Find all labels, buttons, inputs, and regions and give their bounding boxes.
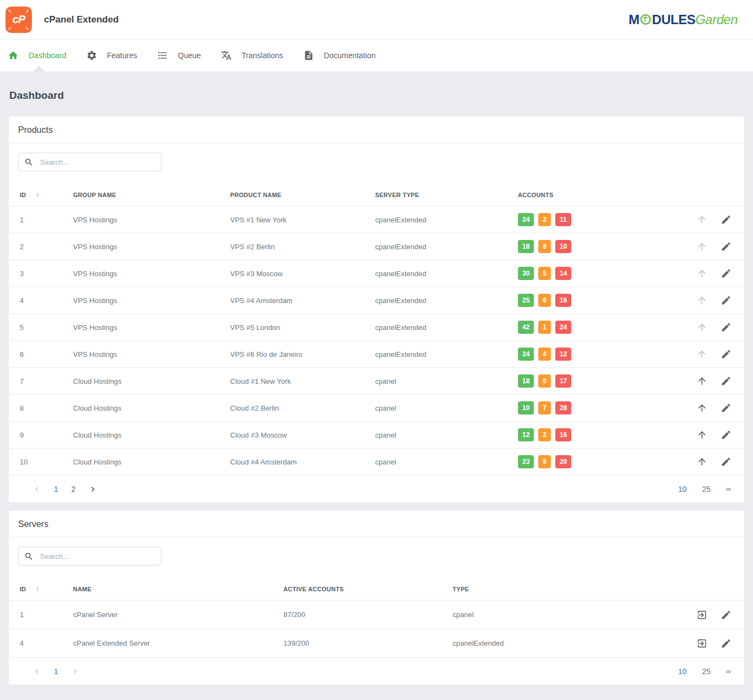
product-server-type: cpanel (375, 404, 518, 412)
edit-product-button[interactable] (721, 241, 732, 252)
nav-item-documentation[interactable]: Documentation (303, 50, 395, 61)
cpanel-monogram: cP (13, 13, 25, 26)
cpanel-extended-logo-icon: ↖ ↗ cP ↙ ↘ (5, 7, 32, 33)
product-id: 3 (20, 270, 73, 278)
row-actions (696, 322, 733, 333)
page-size-options: 1025∞ (678, 667, 731, 676)
globe-icon (640, 14, 651, 25)
page-size-25[interactable]: 25 (702, 485, 711, 494)
product-name: VPS #1 New York (230, 216, 375, 224)
product-group-name: VPS Hostings (73, 350, 230, 359)
page-size-all[interactable]: ∞ (726, 667, 731, 675)
page-size-25[interactable]: 25 (702, 667, 711, 676)
edit-product-button[interactable] (721, 268, 732, 279)
product-row: 1VPS HostingsVPS #1 New YorkcpanelExtend… (9, 206, 744, 233)
product-server-type: cpanelExtended (375, 296, 518, 305)
login-to-server-button[interactable] (696, 609, 707, 620)
edit-product-button[interactable] (721, 429, 732, 440)
nav-item-features[interactable]: Features (86, 50, 157, 61)
column-header-id[interactable]: ID ↑ (20, 585, 73, 593)
product-group-name: Cloud Hostings (73, 377, 230, 385)
accounts-badges: 18810 (518, 240, 696, 253)
edit-product-button[interactable] (721, 322, 732, 333)
sort-ascending-icon[interactable]: ↑ (36, 585, 40, 593)
edit-product-button[interactable] (721, 295, 732, 306)
product-group-name: Cloud Hostings (73, 404, 230, 412)
product-name: VPS #3 Moscow (230, 270, 375, 278)
page-number-1[interactable]: 1 (54, 667, 58, 676)
column-header-id[interactable]: ID ↑ (20, 191, 73, 199)
servers-panel: Servers ID ↑ NAME ACTIVE ACCOUNTS TYPE 1… (9, 511, 744, 685)
upgrade-product-button[interactable] (696, 214, 707, 225)
edit-product-button[interactable] (721, 349, 732, 360)
previous-page-button[interactable] (32, 667, 42, 676)
column-header-product-name: PRODUCT NAME (230, 192, 375, 198)
upgrade-product-button[interactable] (696, 322, 707, 333)
row-actions (696, 268, 733, 279)
app-title: cPanel Extended (44, 14, 119, 25)
edit-product-button[interactable] (721, 456, 732, 467)
upgrade-product-button[interactable] (696, 429, 707, 440)
terminated-accounts-badge: 16 (555, 428, 571, 441)
modulesgarden-logo: M DULES Garden (629, 12, 738, 27)
sort-ascending-icon[interactable]: ↑ (36, 191, 40, 199)
page-number-1[interactable]: 1 (54, 485, 58, 494)
edit-product-button[interactable] (721, 402, 732, 413)
product-row: 3VPS HostingsVPS #3 MoscowcpanelExtended… (9, 260, 744, 287)
upgrade-product-button[interactable] (696, 241, 707, 252)
brand-text: M (629, 12, 640, 27)
document-icon (303, 50, 314, 61)
nav-label: Queue (178, 51, 201, 60)
column-header-active-accounts: ACTIVE ACCOUNTS (283, 586, 453, 592)
login-to-server-button[interactable] (696, 638, 707, 649)
page-size-all[interactable]: ∞ (726, 485, 731, 493)
edit-product-button[interactable] (721, 214, 732, 225)
terminated-accounts-badge: 17 (555, 374, 571, 388)
products-search-input[interactable] (39, 158, 155, 167)
page-size-10[interactable]: 10 (678, 485, 687, 494)
edit-product-button[interactable] (721, 376, 732, 387)
upgrade-product-button[interactable] (696, 268, 707, 279)
server-active-accounts: 139/200 (283, 639, 453, 647)
product-server-type: cpanel (375, 458, 518, 466)
page-size-10[interactable]: 10 (678, 667, 687, 676)
column-header-group-name: GROUP NAME (73, 192, 230, 198)
nav-item-translations[interactable]: Translations (221, 50, 303, 61)
home-icon (8, 50, 19, 61)
row-actions (696, 349, 733, 360)
active-accounts-badge: 18 (518, 374, 534, 388)
edit-server-button[interactable] (721, 609, 732, 620)
expand-arrow-icon: ↙ (8, 25, 13, 31)
accounts-badges: 10728 (518, 401, 696, 415)
server-row: 4cPanel Extended Server139/200cpanelExte… (9, 629, 744, 657)
accounts-badges: 30514 (518, 267, 696, 280)
column-header-server-type: SERVER TYPE (375, 192, 518, 198)
nav-item-queue[interactable]: Queue (157, 50, 221, 61)
upgrade-product-button[interactable] (696, 295, 707, 306)
upgrade-product-button[interactable] (696, 349, 707, 360)
accounts-badges: 24211 (518, 213, 696, 226)
row-actions (696, 429, 733, 440)
active-accounts-badge: 23 (518, 455, 534, 468)
page-number-2[interactable]: 2 (71, 485, 76, 494)
search-icon (24, 158, 34, 167)
upgrade-product-button[interactable] (696, 402, 707, 413)
accounts-badges: 25616 (518, 294, 696, 307)
previous-page-button[interactable] (32, 484, 42, 494)
terminated-accounts-badge: 11 (555, 213, 571, 226)
product-row: 2VPS HostingsVPS #2 BerlincpanelExtended… (9, 233, 744, 260)
next-page-button[interactable] (70, 667, 80, 676)
upgrade-product-button[interactable] (696, 456, 707, 467)
product-row: 6VPS HostingsVPS #6 Rio de Janeirocpanel… (9, 340, 744, 367)
servers-search-box (18, 547, 161, 565)
product-id: 9 (20, 431, 73, 439)
nav-item-dashboard[interactable]: Dashboard (8, 50, 86, 61)
terminated-accounts-badge: 12 (555, 348, 571, 361)
suspended-accounts-badge: 2 (538, 213, 551, 226)
servers-search-input[interactable] (39, 552, 155, 561)
next-page-button[interactable] (88, 484, 98, 494)
active-accounts-badge: 25 (518, 294, 534, 307)
edit-server-button[interactable] (721, 638, 732, 649)
upgrade-product-button[interactable] (696, 376, 707, 387)
suspended-accounts-badge: 7 (538, 401, 551, 415)
